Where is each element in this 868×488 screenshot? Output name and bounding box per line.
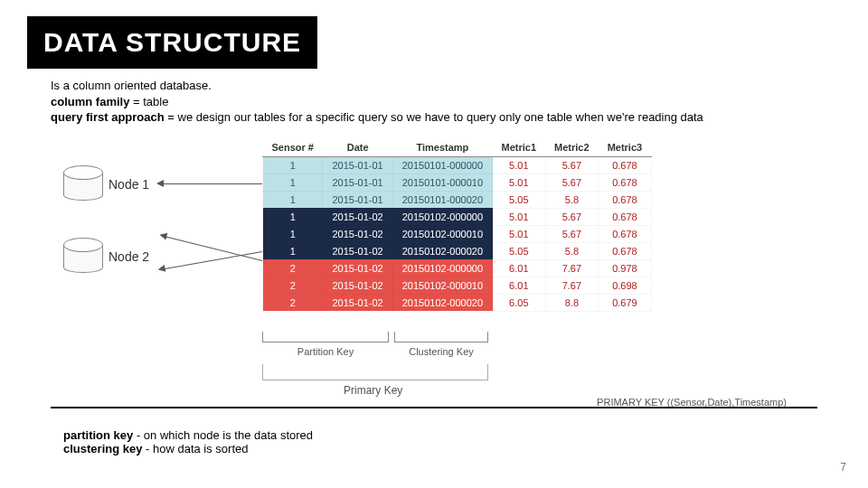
node-1: Node 1 bbox=[63, 165, 149, 203]
table-row: 12015-01-0120150101-0000005.015.670.678 bbox=[263, 156, 652, 174]
table-cell: 2015-01-01 bbox=[323, 191, 392, 208]
table-cell: 2015-01-02 bbox=[323, 208, 392, 225]
col-sensor: Sensor # bbox=[263, 138, 323, 157]
desc-line-3: query first approach = we design our tab… bbox=[51, 109, 868, 126]
arrow-icon bbox=[158, 183, 262, 184]
table-cell: 20150102-000020 bbox=[392, 242, 492, 259]
table-row: 22015-01-0220150102-0000206.058.80.679 bbox=[263, 294, 652, 311]
table-cell: 7.67 bbox=[545, 277, 599, 294]
table-row: 12015-01-0120150101-0000205.055.80.678 bbox=[263, 191, 652, 208]
table-cell: 5.67 bbox=[545, 225, 599, 242]
table-cell: 5.8 bbox=[545, 191, 599, 208]
table-cell: 0.698 bbox=[599, 277, 652, 294]
table-cell: 5.67 bbox=[545, 174, 599, 191]
table-cell: 1 bbox=[263, 242, 323, 259]
table-cell: 1 bbox=[263, 174, 323, 191]
table-cell: 5.05 bbox=[493, 242, 546, 259]
desc-line-2: column family = table bbox=[51, 94, 868, 110]
table-cell: 5.01 bbox=[493, 208, 546, 225]
col-metric3: Metric3 bbox=[599, 138, 652, 157]
col-date: Date bbox=[323, 138, 392, 157]
ck-term: clustering key bbox=[63, 442, 142, 455]
brace-primary bbox=[262, 364, 488, 380]
partition-key-label: Partition Key bbox=[262, 346, 389, 357]
table-row: 12015-01-0220150102-0000005.015.670.678 bbox=[263, 208, 652, 225]
table-cell: 0.678 bbox=[599, 208, 652, 225]
diagram: Node 1 Node 2 Sensor # Date Timestamp Me… bbox=[63, 138, 805, 409]
table-cell: 5.05 bbox=[493, 191, 546, 208]
table-cell: 2015-01-01 bbox=[323, 156, 392, 174]
desc-line-1: Is a column oriented database. bbox=[51, 78, 868, 94]
data-table: Sensor # Date Timestamp Metric1 Metric2 … bbox=[262, 138, 652, 312]
table-cell: 1 bbox=[263, 191, 323, 208]
partition-key-desc: partition key - on which node is the dat… bbox=[63, 428, 313, 442]
table-cell: 0.678 bbox=[599, 242, 652, 259]
table-cell: 20150102-000010 bbox=[392, 225, 492, 242]
col-metric1: Metric1 bbox=[493, 138, 546, 157]
table-row: 12015-01-0120150101-0000105.015.670.678 bbox=[263, 174, 652, 191]
node-2: Node 2 bbox=[63, 238, 149, 276]
table-cell: 20150102-000010 bbox=[392, 277, 492, 294]
table-cell: 0.978 bbox=[599, 259, 652, 277]
table-cell: 20150101-000000 bbox=[392, 156, 492, 174]
table-cell: 8.8 bbox=[545, 294, 599, 311]
table-cell: 5.67 bbox=[545, 208, 599, 225]
pk-term: partition key bbox=[63, 428, 133, 442]
table-cell: 2015-01-02 bbox=[323, 225, 392, 242]
table-cell: 5.8 bbox=[545, 242, 599, 259]
table-cell: 20150102-000000 bbox=[392, 259, 492, 277]
table-cell: 6.05 bbox=[493, 294, 546, 311]
node-2-label: Node 2 bbox=[108, 249, 149, 264]
desc-qf-term: query first approach bbox=[51, 110, 165, 124]
cylinder-icon bbox=[63, 165, 101, 203]
table-cell: 5.01 bbox=[493, 156, 546, 174]
arrow-icon bbox=[160, 251, 262, 270]
table-cell: 1 bbox=[263, 225, 323, 242]
brace-clustering bbox=[394, 332, 488, 343]
table-cell: 0.678 bbox=[599, 174, 652, 191]
table-cell: 0.678 bbox=[599, 191, 652, 208]
table-cell: 5.01 bbox=[493, 225, 546, 242]
node-1-label: Node 1 bbox=[108, 177, 149, 192]
page-number: 7 bbox=[840, 461, 846, 474]
pk-def: - on which node is the data stored bbox=[133, 428, 313, 442]
table-cell: 2015-01-02 bbox=[323, 259, 392, 277]
table-cell: 0.679 bbox=[599, 294, 652, 311]
col-metric2: Metric2 bbox=[545, 138, 599, 157]
table-row: 22015-01-0220150102-0000006.017.670.978 bbox=[263, 259, 652, 277]
table-cell: 1 bbox=[263, 208, 323, 225]
table-cell: 20150101-000010 bbox=[392, 174, 492, 191]
table-cell: 20150101-000020 bbox=[392, 191, 492, 208]
keys-description: partition key - on which node is the dat… bbox=[63, 428, 313, 455]
table-cell: 1 bbox=[263, 156, 323, 174]
arrow-icon bbox=[161, 235, 262, 261]
col-timestamp: Timestamp bbox=[392, 138, 492, 157]
table-cell: 5.01 bbox=[493, 174, 546, 191]
brace-partition bbox=[262, 332, 389, 343]
clustering-key-desc: clustering key - how data is sorted bbox=[63, 442, 313, 455]
table-cell: 2015-01-02 bbox=[323, 294, 392, 311]
table-header-row: Sensor # Date Timestamp Metric1 Metric2 … bbox=[263, 138, 652, 157]
cylinder-icon bbox=[63, 238, 101, 276]
table-row: 22015-01-0220150102-0000106.017.670.698 bbox=[263, 277, 652, 294]
table-row: 12015-01-0220150102-0000105.015.670.678 bbox=[263, 225, 652, 242]
table-cell: 0.678 bbox=[599, 156, 652, 174]
desc-qf-def: = we design our tables for a specific qu… bbox=[165, 110, 703, 124]
clustering-key-label: Clustering Key bbox=[394, 346, 488, 357]
table-cell: 2 bbox=[263, 277, 323, 294]
divider bbox=[51, 407, 817, 408]
table-cell: 20150102-000020 bbox=[392, 294, 492, 311]
table-cell: 2 bbox=[263, 294, 323, 311]
table-cell: 6.01 bbox=[493, 259, 546, 277]
table-cell: 6.01 bbox=[493, 277, 546, 294]
table-cell: 2015-01-02 bbox=[323, 242, 392, 259]
table-cell: 0.678 bbox=[599, 225, 652, 242]
table-cell: 7.67 bbox=[545, 259, 599, 277]
desc-cf-term: column family bbox=[51, 95, 129, 108]
slide-title: DATA STRUCTURE bbox=[27, 16, 317, 69]
table-cell: 2 bbox=[263, 259, 323, 277]
ck-def: - how data is sorted bbox=[142, 442, 248, 455]
table-cell: 20150102-000000 bbox=[392, 208, 492, 225]
primary-key-definition: PRIMARY KEY ((Sensor,Date),Timestamp) bbox=[597, 397, 787, 408]
table-cell: 2015-01-01 bbox=[323, 174, 392, 191]
